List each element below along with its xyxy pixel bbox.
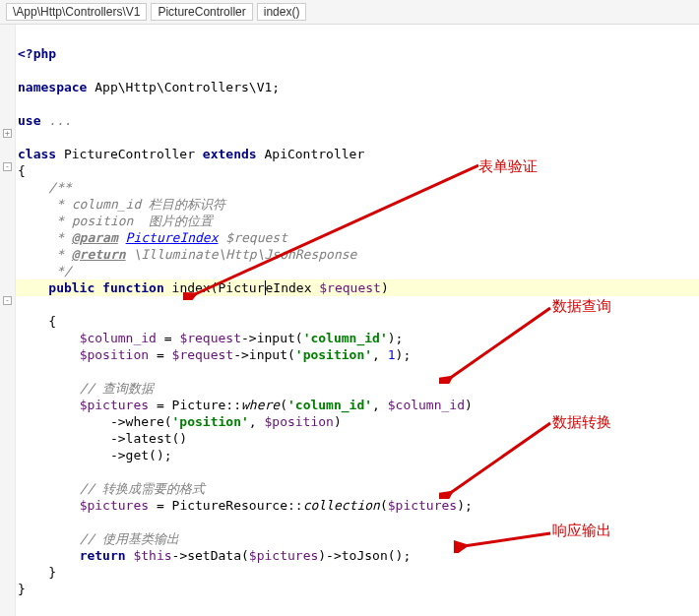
kw-return: return [80, 548, 126, 563]
arrow-icon [454, 528, 552, 553]
m-where2: where [126, 414, 164, 429]
doc-param-type[interactable]: PictureIndex [126, 230, 219, 245]
breadcrumb-class[interactable]: PictureController [151, 3, 252, 21]
m-collection: collection [303, 498, 380, 513]
var-position: $position [80, 347, 149, 362]
code-area[interactable]: <?php namespace App\Http\Controllers\V1;… [16, 25, 699, 616]
cls-resource: PictureResource [172, 498, 287, 513]
arrow-icon [439, 305, 552, 384]
fold-minus-icon[interactable]: - [3, 296, 12, 305]
annotation-data-transform: 数据转换 [552, 413, 611, 430]
param-type: PictureIndex [219, 280, 312, 295]
doc-return-type: \Illuminate\Http\JsonResponse [133, 247, 356, 262]
fold-minus-icon[interactable]: - [3, 162, 12, 171]
str-position2: 'position' [172, 414, 249, 429]
breadcrumb-method[interactable]: index() [257, 3, 307, 21]
param-var: $request [319, 280, 381, 295]
kw-public: public [48, 280, 95, 295]
var-pictures4: $pictures [249, 548, 318, 563]
com-query: // 查询数据 [80, 381, 154, 396]
m-tojson: toJson [342, 548, 388, 563]
str-column2: 'column_id' [287, 398, 372, 412]
breadcrumb-path[interactable]: \App\Http\Controllers\V1 [6, 3, 147, 21]
kw-function: function [102, 280, 164, 295]
m-where: where [241, 398, 280, 412]
kw-class: class [18, 147, 56, 161]
m-get: get [126, 448, 149, 462]
m-input2: input [249, 347, 287, 362]
var-pictures2: $pictures [80, 498, 149, 513]
fn-name: index [172, 280, 211, 295]
gutter: + - - [0, 25, 16, 616]
code-editor[interactable]: + - - <?php namespace App\Http\Controlle… [0, 25, 699, 616]
var-pictures3: $pictures [388, 498, 457, 513]
doc-start: /** [48, 180, 71, 195]
cls-picture: Picture [172, 398, 226, 412]
doc-column: * column_id 栏目的标识符 [48, 197, 225, 212]
parent-class: ApiController [264, 147, 364, 161]
use-fold: ... [48, 113, 71, 128]
m-latest: latest [126, 431, 172, 446]
var-position2: $position [264, 414, 333, 429]
com-output: // 使用基类输出 [80, 531, 179, 546]
annotation-response-output: 响应输出 [552, 522, 611, 538]
fold-plus-icon[interactable]: + [3, 129, 12, 138]
num-one: 1 [388, 347, 396, 362]
php-open-tag: <?php [18, 46, 56, 61]
var-column2: $column_id [388, 398, 465, 412]
svg-line-2 [449, 423, 550, 494]
str-column: 'column_id' [303, 331, 388, 345]
var-this: $this [133, 548, 171, 563]
doc-end: */ [48, 264, 71, 278]
m-input: input [257, 331, 295, 345]
annotation-form-validation: 表单验证 [478, 157, 538, 174]
var-column: $column_id [80, 331, 157, 345]
var-request: $request [179, 331, 241, 345]
svg-line-1 [449, 308, 550, 379]
breadcrumb: \App\Http\Controllers\V1 PictureControll… [0, 0, 699, 25]
doc-return-tag: @return [72, 247, 126, 262]
doc-param-var: $request [225, 230, 287, 245]
doc-position: * position 图片的位置 [48, 214, 213, 228]
arrow-icon [439, 420, 552, 499]
str-position: 'position' [295, 347, 372, 362]
annotation-data-query: 数据查询 [552, 297, 611, 314]
doc-param-tag: @param [72, 230, 118, 245]
class-name: PictureController [64, 147, 195, 161]
namespace-value: App\Http\Controllers\V1; [95, 80, 280, 94]
m-setdata: setData [187, 548, 241, 563]
kw-namespace: namespace [18, 80, 87, 94]
com-transform: // 转换成需要的格式 [80, 481, 205, 496]
var-request2: $request [172, 347, 234, 362]
kw-use: use [18, 113, 40, 128]
svg-line-3 [464, 533, 550, 546]
var-pictures: $pictures [80, 398, 149, 412]
kw-extends: extends [203, 147, 257, 161]
